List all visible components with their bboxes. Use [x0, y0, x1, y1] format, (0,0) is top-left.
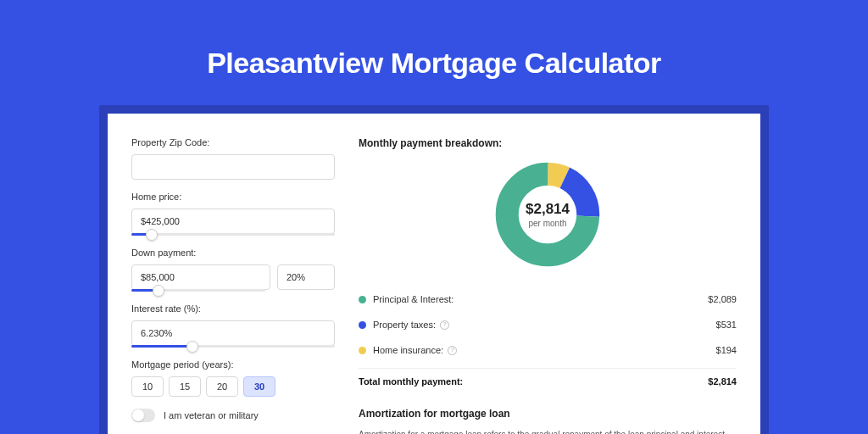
field-veteran: I am veteran or military — [131, 409, 335, 422]
legend-label: Home insurance:? — [373, 345, 716, 355]
panel-outer: Property Zip Code: Home price: Down paym… — [99, 105, 769, 434]
down-payment-slider-thumb[interactable] — [153, 285, 164, 297]
home-price-slider[interactable] — [131, 233, 335, 236]
interest-input[interactable] — [131, 320, 335, 346]
legend-dot-icon — [359, 347, 366, 354]
donut-sub: per month — [528, 219, 566, 228]
zip-label: Property Zip Code: — [131, 137, 335, 147]
period-label: Mortgage period (years): — [131, 359, 335, 370]
home-price-input[interactable] — [131, 209, 335, 234]
amortization-text: Amortization for a mortgage loan refers … — [359, 428, 737, 434]
legend-total-label: Total monthly payment: — [359, 376, 708, 387]
interest-slider-thumb[interactable] — [186, 341, 198, 353]
down-payment-slider[interactable] — [131, 289, 265, 292]
breakdown-column: Monthly payment breakdown: $2,814 per mo… — [359, 137, 737, 434]
donut-chart: $2,814 per month — [494, 161, 601, 268]
info-icon[interactable]: ? — [440, 320, 449, 330]
legend-value: $2,089 — [708, 294, 737, 304]
legend: Principal & Interest:$2,089Property taxe… — [359, 287, 737, 369]
legend-label: Principal & Interest: — [373, 294, 708, 304]
legend-row-tax: Property taxes:?$531 — [359, 312, 737, 337]
donut-center: $2,814 per month — [494, 161, 601, 268]
legend-total-value: $2,814 — [708, 376, 737, 387]
period-option-20[interactable]: 20 — [206, 376, 238, 397]
calculator-panel: Property Zip Code: Home price: Down paym… — [108, 114, 760, 434]
period-option-10[interactable]: 10 — [131, 376, 164, 397]
field-down-payment: Down payment: — [131, 248, 335, 292]
field-interest: Interest rate (%): — [131, 303, 335, 348]
page-title: Pleasantview Mortgage Calculator — [0, 47, 868, 80]
form-column: Property Zip Code: Home price: Down paym… — [131, 137, 335, 434]
home-price-slider-thumb[interactable] — [146, 229, 158, 241]
legend-value: $194 — [716, 345, 737, 355]
field-period: Mortgage period (years): 10152030 — [131, 359, 335, 397]
donut-amount: $2,814 — [526, 201, 570, 218]
veteran-toggle-knob — [132, 409, 144, 421]
down-payment-label: Down payment: — [131, 248, 335, 258]
legend-row-ins: Home insurance:?$194 — [359, 337, 737, 363]
amortization-title: Amortization for mortgage loan — [359, 408, 737, 420]
interest-slider[interactable] — [131, 345, 335, 348]
zip-input[interactable] — [131, 154, 335, 180]
veteran-label: I am veteran or military — [164, 410, 259, 420]
field-home-price: Home price: — [131, 192, 335, 236]
amortization-section: Amortization for mortgage loan Amortizat… — [359, 408, 737, 434]
down-payment-amount-input[interactable] — [131, 264, 270, 290]
period-option-15[interactable]: 15 — [169, 376, 201, 397]
legend-total-row: Total monthly payment: $2,814 — [359, 369, 737, 394]
legend-label: Property taxes:? — [373, 320, 716, 330]
home-price-label: Home price: — [131, 192, 335, 202]
interest-label: Interest rate (%): — [131, 303, 335, 314]
field-zip: Property Zip Code: — [131, 137, 335, 180]
donut-chart-wrap: $2,814 per month — [359, 161, 737, 268]
legend-row-pi: Principal & Interest:$2,089 — [359, 287, 737, 312]
legend-dot-icon — [359, 296, 366, 303]
period-option-30[interactable]: 30 — [243, 376, 275, 397]
page-root: Pleasantview Mortgage Calculator Propert… — [0, 0, 868, 434]
veteran-toggle[interactable] — [131, 409, 155, 422]
legend-dot-icon — [359, 321, 366, 329]
legend-value: $531 — [716, 320, 737, 330]
breakdown-title: Monthly payment breakdown: — [359, 137, 737, 149]
info-icon[interactable]: ? — [448, 346, 457, 355]
down-payment-percent-input[interactable] — [277, 264, 335, 290]
